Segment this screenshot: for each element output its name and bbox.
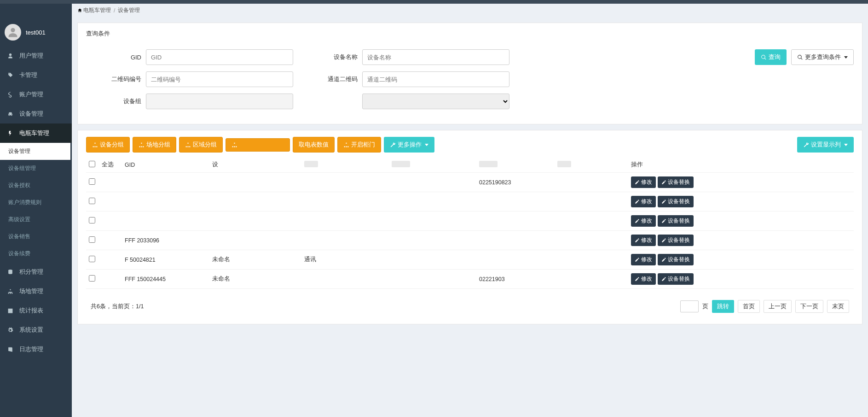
table-toolbar: 设备分组 场地分组 区域分组 取电表数值 开启柜门 <box>78 130 862 157</box>
avatar <box>5 24 21 41</box>
row-edit-button[interactable]: 修改 <box>631 196 656 207</box>
nav-account[interactable]: 账户管理 <box>0 85 72 104</box>
cell-c5 <box>476 231 555 250</box>
pager-summary: 共6条，当前页：1/1 <box>91 303 144 311</box>
nav-stats[interactable]: 统计报表 <box>0 301 72 320</box>
nav-users[interactable]: 用户管理 <box>0 46 72 65</box>
row-edit-button[interactable]: 修改 <box>631 215 656 227</box>
row-edit-button[interactable]: 修改 <box>631 235 656 246</box>
select-all-checkbox[interactable] <box>89 161 95 167</box>
row-checkbox[interactable] <box>89 178 95 185</box>
device-group-label: 设备组 <box>86 97 141 106</box>
row-edit-button[interactable]: 修改 <box>631 254 656 265</box>
database-icon <box>6 269 14 275</box>
pager-page-input[interactable] <box>680 300 699 312</box>
row-checkbox[interactable] <box>89 275 95 282</box>
cell-c4 <box>301 270 389 289</box>
row-edit-button[interactable]: 修改 <box>631 273 656 285</box>
cell-gid: FFF 150024445 <box>122 270 209 289</box>
qr-input[interactable] <box>146 71 293 87</box>
row-replace-button[interactable]: 设备替换 <box>658 254 694 265</box>
data-table: 全选 GID 设 操作 0225190823修改设备替换修改设备替换修改设备替换… <box>86 157 854 289</box>
pager-last[interactable]: 末页 <box>827 300 849 313</box>
subnav-device-renew[interactable]: 设备续费 <box>0 245 72 262</box>
topbar <box>0 0 868 4</box>
nav-ebike[interactable]: 电瓶车管理 <box>0 123 72 143</box>
toolbar-site-group[interactable]: 场地分组 <box>133 137 176 153</box>
subnav-device-sale[interactable]: 设备销售 <box>0 228 72 245</box>
wrench-icon <box>803 142 809 148</box>
subnav-device-group-mgmt[interactable]: 设备组管理 <box>0 160 72 177</box>
table-row: FFF 2033096修改设备替换 <box>86 231 854 250</box>
subnav-account-rule[interactable]: 账户消费规则 <box>0 194 72 211</box>
user-icon <box>6 53 14 59</box>
pager-jump[interactable]: 跳转 <box>712 300 734 313</box>
channel-qr-input[interactable] <box>362 71 509 87</box>
cell-name <box>209 211 301 231</box>
nav-points[interactable]: 积分管理 <box>0 262 72 282</box>
row-replace-button[interactable]: 设备替换 <box>658 176 694 188</box>
toolbar-open-cabinet[interactable]: 开启柜门 <box>337 137 381 153</box>
gear-icon <box>6 327 14 330</box>
nav-device[interactable]: 设备管理 <box>0 104 72 123</box>
channel-qr-label: 通道二维码 <box>302 75 358 83</box>
cell-c4 <box>301 211 389 231</box>
main: 电瓶车管理 / 设备管理 查询条件 GID 设备名称 查询 <box>72 4 868 324</box>
type-select[interactable] <box>362 94 509 109</box>
pager-page-suffix: 页 <box>702 303 708 311</box>
col-select-all: 全选 <box>99 157 122 173</box>
subnav-device-auth[interactable]: 设备授权 <box>0 177 72 194</box>
row-replace-button[interactable]: 设备替换 <box>658 273 694 285</box>
toolbar-device-group[interactable]: 设备分组 <box>86 137 130 153</box>
table-panel: 设备分组 场地分组 区域分组 取电表数值 开启柜门 <box>77 130 862 324</box>
toolbar-redacted[interactable] <box>226 138 290 152</box>
table-row: F 50024821未命名通讯修改设备替换 <box>86 250 854 270</box>
sitemap-icon <box>139 142 145 148</box>
pager-prev[interactable]: 上一页 <box>764 300 792 313</box>
cell-gid: F 50024821 <box>122 250 209 270</box>
gid-input[interactable] <box>146 49 293 65</box>
subnav-adv-settings[interactable]: 高级设置 <box>0 211 72 228</box>
power-icon[interactable] <box>64 6 67 17</box>
cell-gid <box>122 173 209 192</box>
row-checkbox[interactable] <box>89 198 95 204</box>
row-replace-button[interactable]: 设备替换 <box>658 235 694 246</box>
toolbar-more-ops[interactable]: 更多操作 <box>384 137 434 153</box>
more-conditions-button[interactable]: 更多查询条件 <box>791 49 854 65</box>
dollar-icon <box>6 92 14 98</box>
breadcrumb-parent[interactable]: 电瓶车管理 <box>77 6 111 14</box>
nav-system[interactable]: 系统设置 <box>0 320 72 330</box>
wrench-icon <box>390 142 396 148</box>
toolbar-display-cols[interactable]: 设置显示列 <box>797 137 854 153</box>
user-panel: test001 <box>0 18 72 46</box>
row-checkbox[interactable] <box>89 256 95 262</box>
toolbar-area-group[interactable]: 区域分组 <box>179 137 223 153</box>
row-replace-button[interactable]: 设备替换 <box>658 196 694 207</box>
nav-site[interactable]: 场地管理 <box>0 282 72 301</box>
ebike-submenu: 设备管理 设备组管理 设备授权 账户消费规则 高级设置 设备销售 设备续费 <box>0 143 72 262</box>
search-panel: 查询条件 GID 设备名称 查询 更 <box>77 23 862 124</box>
bolt-icon <box>6 130 14 136</box>
nav-card[interactable]: 卡管理 <box>0 65 72 85</box>
cell-name: 未命名 <box>209 250 301 270</box>
cell-c4: 通讯 <box>301 250 389 270</box>
car-icon <box>6 111 14 117</box>
toolbar-get-meter[interactable]: 取电表数值 <box>293 137 335 153</box>
breadcrumb-current: 设备管理 <box>118 6 140 14</box>
device-group-input[interactable] <box>146 94 293 109</box>
subnav-device-mgmt[interactable]: 设备管理 <box>0 143 72 160</box>
table-icon <box>6 308 14 314</box>
row-checkbox[interactable] <box>89 236 95 243</box>
device-name-input[interactable] <box>362 49 509 65</box>
pager-first[interactable]: 首页 <box>738 300 760 313</box>
search-button[interactable]: 查询 <box>755 49 787 65</box>
cell-c4 <box>301 173 389 192</box>
svg-point-0 <box>11 28 15 32</box>
pager-next[interactable]: 下一页 <box>795 300 823 313</box>
row-checkbox[interactable] <box>89 217 95 223</box>
device-name-label: 设备名称 <box>302 53 358 61</box>
row-replace-button[interactable]: 设备替换 <box>658 215 694 227</box>
menu-toggle-icon[interactable] <box>5 6 8 17</box>
row-edit-button[interactable]: 修改 <box>631 176 656 188</box>
col-redacted <box>479 161 498 167</box>
